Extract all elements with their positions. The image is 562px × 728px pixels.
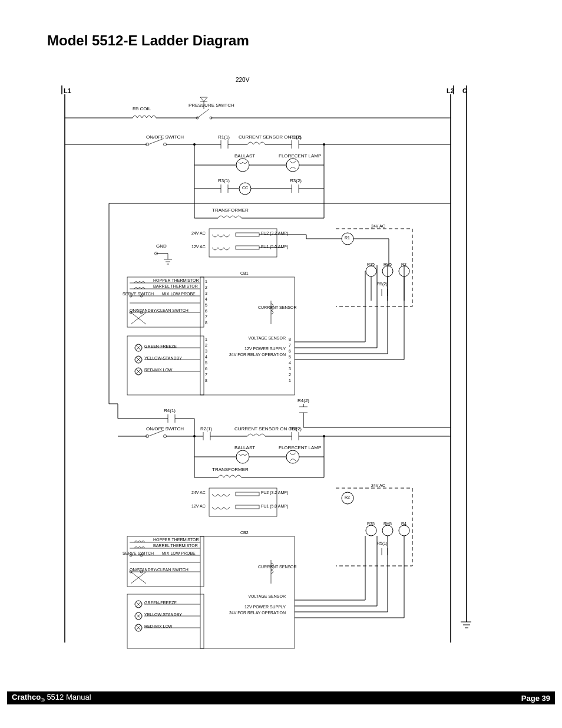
lamp-2: FLORECENT LAMP [279,445,321,450]
svg-rect-65 [200,536,295,648]
coil-rh5-1: RH5 [384,262,392,266]
ballast-1: BALLAST [234,153,255,159]
v24-2: 24V AC [191,490,206,495]
footer-page: Page 39 [521,694,550,703]
pressure-switch-label: PRESSURE SWITCH [189,103,234,108]
onstandby-1: ON/STANDBY/CLEAN SWITCH [130,308,189,312]
relay24-2: 24V FOR RELAY OPERATION [227,611,286,615]
coil-rh5-2: RH5 [384,522,392,526]
svg-rect-11 [236,233,259,236]
svg-text:5: 5 [289,355,291,359]
red-2: RED-MIX LOW [144,624,172,628]
r2-2: R2(2) [290,426,302,431]
r1-2: R1(2) [290,134,302,140]
svg-text:5: 5 [205,361,207,365]
svg-text:4: 4 [205,355,207,359]
r3-1: R3(1) [218,178,230,183]
svg-text:1: 1 [205,337,207,341]
hopper-2: HOPPER THERMISTOR [153,538,199,542]
rung-onoff-2 [118,430,451,440]
cc-1: CC [242,186,248,190]
mixlow-1: MIX LOW PROBE [162,292,196,296]
gnd-1 [155,252,173,265]
transformer-1 [194,189,324,257]
svg-point-63 [382,525,393,536]
voltagesensor-2: VOLTAGE SENSOR [247,594,286,598]
svg-point-64 [399,525,409,536]
cb1-label: CB1 [240,271,249,275]
page-footer: Crathco® 5512 Manual Page 39 [7,691,555,704]
ballast-2: BALLAST [234,445,255,450]
fu1-1: FU1 (5.0 AMP) [261,245,288,249]
svg-rect-59 [236,492,259,496]
yellow-1: YELLOW-STANDBY [144,356,182,360]
svg-point-6 [236,159,249,172]
red-1: RED-MIX LOW [144,368,172,372]
svg-text:2: 2 [205,285,207,289]
r5-coil-label: R5 COIL [133,106,151,111]
fu2-2: FU2 (3.2 AMP) [261,490,288,495]
yellow-2: YELLOW-STANDBY [144,612,182,617]
svg-text:6: 6 [205,367,207,371]
svg-point-3 [164,143,167,146]
serve-2: SERVE SWITCH [123,551,154,555]
r1-coil: R1 [345,236,350,240]
svg-text:4: 4 [205,297,207,301]
svg-text:7: 7 [289,343,291,347]
coil-r35-1: R35 [367,262,375,266]
barrel-1: BARREL THERMISTOR [153,284,198,288]
onoff-switch-2: ON/OFF SWITCH [146,426,184,431]
voltagesensor-1: VOLTAGE SENSOR [247,336,286,340]
coil-r35-2: R35 [367,522,375,526]
page-title: Model 5512-E Ladder Diagram [47,32,249,49]
onoff-switch-1: ON/OFF SWITCH [146,134,184,140]
lamp-1: FLORECENT LAMP [279,153,321,159]
hopper-1: HOPPER THERMISTOR [153,278,199,282]
r5-2: R5(2) [377,282,388,286]
svg-text:8: 8 [289,337,291,341]
relay24-1: 24V FOR RELAY OPERATION [227,353,286,357]
footer-left: Crathco® 5512 Manual [12,693,91,703]
svg-point-7 [286,159,299,172]
v24ac-box-1: 24V AC [371,224,385,228]
svg-text:3: 3 [205,349,207,353]
svg-rect-12 [236,246,259,249]
cs-cb2: CURRENT SENSOR ON CB2 [234,426,297,431]
mixlow-2: MIX LOW PROBE [162,551,196,555]
transformer-2-label: TRANSFORMER [212,467,249,472]
svg-text:8: 8 [205,378,207,383]
svg-text:7: 7 [205,315,207,319]
r5-1: R5(1) [377,541,388,545]
svg-rect-60 [236,505,259,509]
svg-text:6: 6 [289,349,291,353]
ladder-diagram: 220V L1 L2 G [59,77,471,654]
svg-text:2: 2 [289,373,291,377]
v12-2: 12V AC [191,504,206,508]
pwr12-1: 12V POWER SUPPLY [242,347,286,351]
r4-2: R4(2) [297,398,309,403]
svg-text:6: 6 [205,309,207,313]
r2-coil: R2 [345,495,350,499]
r4-1: R4(1) [164,408,176,413]
r1-1: R1(1) [218,134,230,140]
currentsensor-1: CURRENT SENSOR [258,305,297,309]
r2-1: R2(1) [200,426,212,431]
onstandby-2: ON/STANDBY/CLEAN SWITCH [130,568,189,572]
green-2: GREEN-FREEZE [144,601,177,605]
svg-text:3: 3 [205,291,207,295]
currentsensor-2: CURRENT SENSOR [258,565,297,569]
gnd-1-label: GND [156,243,167,249]
barrel-2: BARREL THERMISTOR [153,543,198,548]
fu1-2: FU1 (5.0 AMP) [261,504,288,508]
coil-r4-2: R4 [401,522,406,526]
svg-text:7: 7 [205,373,207,377]
rung-onoff-1 [65,139,451,149]
green-1: GREEN-FREEZE [144,344,177,348]
transformer-1-label: TRANSFORMER [212,207,249,213]
svg-point-57 [286,450,299,463]
svg-text:3: 3 [289,367,291,371]
cb2-label: CB2 [240,531,249,535]
v12-1: 12V AC [191,245,206,249]
svg-point-53 [164,435,167,438]
rung-r5coil [65,97,451,119]
